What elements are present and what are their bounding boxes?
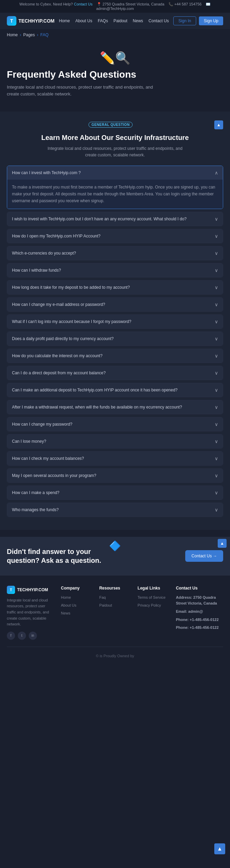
signup-button[interactable]: Sign Up xyxy=(199,16,223,25)
logo-text: TECHHYIP.COM xyxy=(18,18,55,24)
faq-header[interactable]: Who manages the funds?∨ xyxy=(7,503,223,517)
footer-email-label: Email: xyxy=(176,609,187,613)
faq-header[interactable]: How can I invest with TechHyip.com ?∧ xyxy=(7,166,223,180)
nav-home[interactable]: Home xyxy=(59,18,70,23)
faq-header[interactable]: Can I make an additional deposit to Tech… xyxy=(7,383,223,397)
faq-header[interactable]: How can I check my account balances?∨ xyxy=(7,452,223,465)
faq-header[interactable]: What if I can't log into my account beca… xyxy=(7,315,223,328)
breadcrumb-current: FAQ xyxy=(40,33,49,37)
faq-header[interactable]: Which e-currencies do you accept?∨ xyxy=(7,246,223,260)
footer-link-faq[interactable]: Faq xyxy=(99,595,106,599)
faq-header[interactable]: Can I do a direct deposit from my accoun… xyxy=(7,366,223,380)
breadcrumb-home[interactable]: Home xyxy=(7,33,18,37)
chevron-down-icon: ∨ xyxy=(215,216,218,222)
hero-description: Integrate local and cloud resources, pro… xyxy=(7,84,157,98)
faq-list: How can I invest with TechHyip.com ?∧To … xyxy=(7,166,223,517)
breadcrumb-pages[interactable]: Pages xyxy=(23,33,35,37)
chevron-down-icon: ∨ xyxy=(215,268,218,273)
tag-question: QUESTION xyxy=(110,123,130,127)
faq-header[interactable]: How do you calculate the interest on my … xyxy=(7,349,223,363)
footer-company-heading: Company xyxy=(61,586,92,591)
chevron-up-icon: ∧ xyxy=(215,170,218,176)
chevron-down-icon: ∨ xyxy=(215,250,218,256)
footer-phone2-value: +1-485-456-0122 xyxy=(190,625,219,630)
faq-item: May I open several accounts in your prog… xyxy=(7,468,223,483)
faq-item: How can I withdraw funds?∨ xyxy=(7,263,223,277)
address-icon: 📍 xyxy=(97,2,102,6)
faq-item: How long does it take for my deposit to … xyxy=(7,280,223,295)
welcome-text: Welcome to Cybex. Need Help? xyxy=(19,2,73,6)
faq-question: I wish to invest with TechHyip.com but I… xyxy=(12,217,187,221)
nav-about[interactable]: About Us xyxy=(76,18,92,23)
faq-header[interactable]: How long does it take for my deposit to … xyxy=(7,281,223,294)
faq-item: How can I change my e-mail address or pa… xyxy=(7,297,223,312)
footer-link-about[interactable]: About Us xyxy=(61,603,76,607)
faq-item: How can I change my password?∨ xyxy=(7,417,223,431)
chevron-down-icon: ∨ xyxy=(215,353,218,359)
footer-resources-heading: Resourses xyxy=(99,586,131,591)
logo: T TECHHYIP.COM xyxy=(7,16,55,26)
faq-header[interactable]: After I make a withdrawal request, when … xyxy=(7,400,223,414)
chevron-down-icon: ∨ xyxy=(215,473,218,478)
chevron-down-icon: ∨ xyxy=(215,456,218,461)
footer-link-privacy[interactable]: Privacy Policy xyxy=(138,603,161,607)
faq-question: Who manages the funds? xyxy=(12,507,59,512)
footer-contact-heading: Contact Us xyxy=(176,586,223,591)
contact-us-button[interactable]: Contact Us → xyxy=(185,550,223,562)
signin-button[interactable]: Sign In xyxy=(173,16,196,25)
footer-link-news[interactable]: News xyxy=(61,611,70,615)
breadcrumb-arrow: › xyxy=(20,33,21,37)
faq-item: Can I do a direct deposit from my accoun… xyxy=(7,366,223,380)
faq-question: How long does it take for my deposit to … xyxy=(12,285,130,290)
social-twitter[interactable]: t xyxy=(18,632,26,640)
nav-paidout[interactable]: Paidout xyxy=(113,18,127,23)
chevron-down-icon: ∨ xyxy=(215,490,218,495)
footer-description: Integrate local and cloud resources, pro… xyxy=(7,597,54,627)
footer-link-paidout[interactable]: Paidout xyxy=(99,603,112,607)
footer-contact-col: Contact Us Address: 2750 Quadra Street V… xyxy=(176,586,223,640)
faq-item: How can I invest with TechHyip.com ?∧To … xyxy=(7,166,223,209)
footer-link-tos[interactable]: Terms of Service xyxy=(138,595,166,599)
scroll-top-btn-cta[interactable]: ▲ xyxy=(218,539,227,548)
faq-item: Can I make an additional deposit to Tech… xyxy=(7,383,223,397)
faq-header[interactable]: How can I change my password?∨ xyxy=(7,417,223,431)
faq-item: Who manages the funds?∨ xyxy=(7,503,223,517)
faq-question: How do you calculate the interest on my … xyxy=(12,353,103,358)
nav-contact[interactable]: Contact Us xyxy=(149,18,169,23)
social-facebook[interactable]: f xyxy=(7,632,15,640)
nav-faqs[interactable]: FAQs xyxy=(98,18,108,23)
nav-news[interactable]: News xyxy=(133,18,143,23)
hero-decoration: ✏️🔍 xyxy=(7,51,223,65)
faq-header[interactable]: How do I open my TechHyip.com HYIP Accou… xyxy=(7,229,223,243)
footer-logo-text: TECHHYIP.COM xyxy=(17,587,48,592)
breadcrumb: Home › Pages › FAQ xyxy=(0,29,230,41)
email-icon: ✉️ xyxy=(206,2,211,6)
footer-email: Email: admin@ xyxy=(176,609,223,615)
faq-header[interactable]: How can I make a spend?∨ xyxy=(7,486,223,500)
topbar-contact-link[interactable]: Contact Us xyxy=(74,2,92,6)
topbar-phone: +44 587 154756 xyxy=(174,2,202,6)
topbar-address: 2750 Quadra Street Victoria, Canada xyxy=(103,2,164,6)
cta-decoration: 🔷 xyxy=(109,540,121,552)
social-linkedin[interactable]: in xyxy=(29,632,37,640)
faq-header[interactable]: Does a daily profit paid directly to my … xyxy=(7,332,223,346)
main-nav: Home About Us FAQs Paidout News Contact … xyxy=(59,18,169,23)
chevron-down-icon: ∨ xyxy=(215,302,218,307)
footer-company-links: Home About Us News xyxy=(61,595,92,616)
faq-item: After I make a withdrawal request, when … xyxy=(7,400,223,414)
faq-question: Can I make an additional deposit to Tech… xyxy=(12,388,178,392)
faq-question: How can I withdraw funds? xyxy=(12,268,61,273)
faq-question: Can I do a direct deposit from my accoun… xyxy=(12,371,106,375)
faq-header[interactable]: Can I lose money?∨ xyxy=(7,435,223,448)
footer: T TECHHYIP.COM Integrate local and cloud… xyxy=(0,575,230,665)
chevron-down-icon: ∨ xyxy=(215,387,218,393)
faq-header[interactable]: I wish to invest with TechHyip.com but I… xyxy=(7,212,223,226)
faq-header[interactable]: How can I change my e-mail address or pa… xyxy=(7,298,223,311)
scroll-top-btn-1[interactable]: ▲ xyxy=(214,120,223,129)
faq-item: What if I can't log into my account beca… xyxy=(7,314,223,329)
faq-header[interactable]: How can I withdraw funds?∨ xyxy=(7,263,223,277)
hero-title: Frequently Asked Questions xyxy=(7,69,223,80)
nav-buttons: Sign In Sign Up xyxy=(173,16,223,25)
faq-header[interactable]: May I open several accounts in your prog… xyxy=(7,469,223,482)
footer-link-home[interactable]: Home xyxy=(61,595,71,599)
